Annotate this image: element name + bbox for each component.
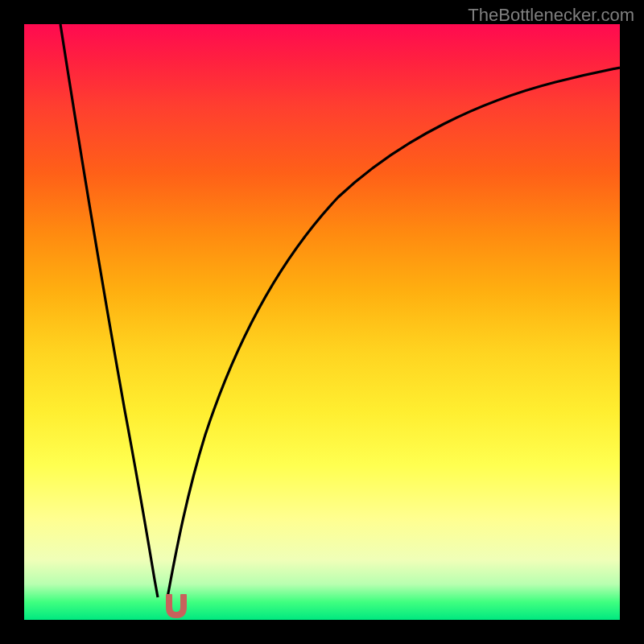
- curve-right-branch: [167, 68, 620, 597]
- curve-left-branch: [60, 24, 158, 597]
- plot-area: [24, 24, 620, 620]
- chart-frame: TheBottlenecker.com: [0, 0, 644, 644]
- watermark-text: TheBottlenecker.com: [468, 5, 634, 26]
- minimum-marker-u: [166, 594, 187, 618]
- curve-layer: [24, 24, 620, 620]
